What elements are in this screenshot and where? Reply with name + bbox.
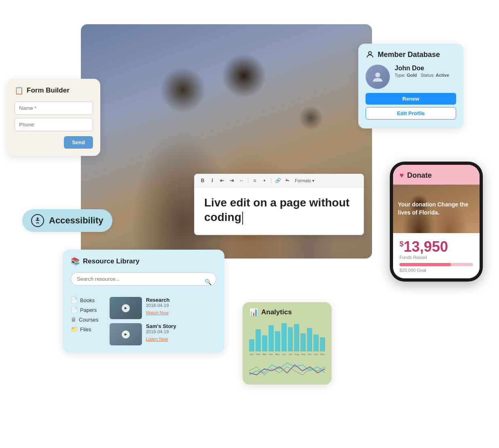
video-thumbnail-sams-story[interactable]: ▶ [110, 323, 142, 345]
avatar-icon [370, 69, 385, 84]
live-edit-text[interactable]: Live edit on a page without coding [204, 196, 354, 225]
list-button[interactable]: ≡ [251, 177, 259, 185]
video-title-research: Research [146, 297, 216, 303]
category-papers[interactable]: 📄 Papers [71, 307, 103, 313]
member-database-header: Member Database [366, 50, 456, 59]
member-avatar [366, 65, 390, 89]
resource-library-icon: 📚 [71, 257, 80, 266]
member-database-icon [366, 50, 374, 59]
align-center-button[interactable]: ⇥ [228, 177, 236, 185]
accessibility-badge: Accessibility [22, 209, 112, 232]
bar-Mar [262, 335, 267, 351]
bold-button[interactable]: B [199, 177, 207, 185]
category-courses[interactable]: 🖥 Courses [71, 316, 103, 323]
bar-Dec [320, 337, 325, 351]
renew-button[interactable]: Renew [366, 93, 456, 105]
bar-Feb [256, 329, 261, 351]
video-info-sams-story: Sam's Story 2018-04-19 Listen Now [146, 323, 216, 342]
member-database-card: Member Database John Doe Type: Gold Stat… [358, 44, 463, 128]
bar-Sep [300, 333, 306, 351]
accessibility-icon [31, 214, 44, 227]
chart-label-Jan: Jan [249, 353, 254, 355]
member-meta: Type: Gold Status: Active [395, 73, 456, 78]
line-chart [249, 359, 325, 379]
bar-Nov [313, 334, 319, 351]
chart-label-Apr: Apr [269, 353, 274, 355]
category-files-label: Files [80, 326, 91, 332]
donation-amount-value: $13,950 [400, 239, 473, 255]
chart-label-Jul: Jul [288, 353, 293, 355]
chart-label-Mar: Mar [262, 353, 267, 355]
phone-header: ♥ Donate [393, 165, 480, 185]
type-label: Type: [395, 73, 406, 78]
video-info-research: Research 2018-04-19 Watch Now [146, 297, 216, 316]
live-edit-content: Live edit on a page without coding [195, 187, 364, 235]
search-icon: 🔍 [205, 279, 211, 285]
resource-search: 🔍 [71, 272, 216, 291]
play-button-research[interactable]: ▶ [122, 304, 130, 312]
books-icon: 📄 [71, 297, 78, 303]
funds-label: Funds Raised [400, 255, 473, 260]
bar-Oct [307, 328, 312, 351]
resource-search-input[interactable] [71, 272, 216, 286]
align-right-button[interactable]: ↔ [237, 177, 245, 185]
files-icon: 📁 [71, 326, 78, 332]
papers-icon: 📄 [71, 307, 78, 313]
phone-input[interactable] [15, 118, 93, 131]
bar-Jul [288, 327, 293, 351]
svg-point-2 [375, 73, 380, 78]
send-button[interactable]: Send [64, 136, 93, 149]
video-item-research: ▶ Research 2018-04-19 Watch Now [110, 297, 216, 319]
bar-Jun [281, 323, 287, 351]
goal-label: $20,000 Goal [400, 268, 473, 273]
listen-now-link-sams-story[interactable]: Listen Now [146, 337, 168, 341]
category-books[interactable]: 📄 Books [71, 297, 103, 303]
code-button[interactable]: ✁ [283, 177, 292, 185]
text-cursor [242, 212, 243, 225]
video-thumbnail-research[interactable]: ▶ [110, 297, 142, 319]
video-date-research: 2018-04-19 [146, 303, 216, 308]
chart-label-Jun: Jun [281, 353, 287, 355]
toolbar-separator-2 [271, 178, 271, 183]
chart-label-Sep: Sep [300, 353, 306, 355]
align-left-button[interactable]: ⇤ [218, 177, 226, 185]
form-builder-icon: 📋 [15, 86, 23, 95]
bar-chart [249, 323, 325, 351]
analytics-card: 📊 Analytics JanFebMarAprMayJunJulAugSepO… [243, 302, 332, 385]
video-title-sams-story: Sam's Story [146, 323, 216, 329]
member-type: Gold [407, 73, 417, 78]
ordered-list-button[interactable]: ⋆ [260, 177, 269, 185]
chart-labels: JanFebMarAprMayJunJulAugSepOctNovDec [249, 353, 325, 355]
category-files[interactable]: 📁 Files [71, 326, 103, 332]
currency-symbol: $ [400, 240, 404, 248]
link-button[interactable]: 🔗 [274, 177, 282, 185]
italic-button[interactable]: I [208, 177, 216, 185]
resource-list-section: 📄 Books 📄 Papers 🖥 Courses 📁 Files ▶ [71, 297, 216, 345]
edit-profile-button[interactable]: Edit Profile [366, 107, 456, 120]
form-builder-card: 📋 Form Builder Send [7, 79, 100, 156]
donate-title: Donate [407, 171, 432, 180]
name-input[interactable] [15, 101, 93, 115]
chart-label-Feb: Feb [256, 353, 261, 355]
donate-phone: ♥ Donate Your donation Change the lives … [390, 162, 483, 282]
category-books-label: Books [80, 297, 95, 303]
resource-library-header: 📚 Resource Library [71, 257, 216, 266]
member-database-title: Member Database [378, 50, 440, 59]
resource-categories: 📄 Books 📄 Papers 🖥 Courses 📁 Files [71, 297, 103, 345]
amount-number: 13,950 [404, 238, 448, 255]
analytics-header: 📊 Analytics [249, 308, 325, 317]
category-courses-label: Courses [79, 317, 98, 323]
live-edit-text-content: Live edit on a page without coding [204, 196, 349, 223]
phone-screen: ♥ Donate Your donation Change the lives … [393, 165, 480, 278]
bar-Apr [269, 325, 274, 351]
member-details: John Doe Type: Gold Status: Active [395, 65, 456, 78]
accessibility-label: Accessibility [49, 215, 104, 226]
resource-videos: ▶ Research 2018-04-19 Watch Now ▶ Sam's … [110, 297, 216, 345]
formats-dropdown[interactable]: Formats ▾ [293, 177, 316, 184]
resource-library-title: Resource Library [83, 257, 140, 265]
member-name: John Doe [395, 65, 456, 72]
toolbar-separator-1 [248, 178, 248, 183]
watch-now-link-research[interactable]: Watch Now [146, 310, 169, 315]
bar-Jan [249, 339, 254, 351]
play-button-sams-story[interactable]: ▶ [122, 330, 130, 339]
